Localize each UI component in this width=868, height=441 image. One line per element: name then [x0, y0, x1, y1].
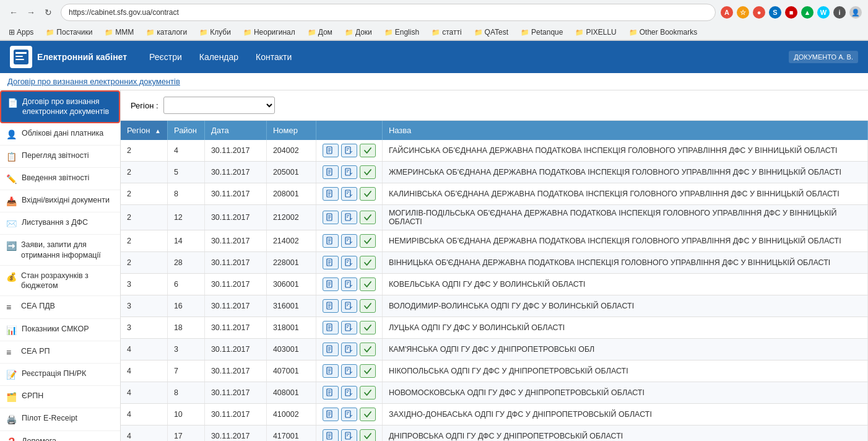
cell-number: 408001 — [266, 382, 316, 404]
confirm-button[interactable] — [360, 386, 376, 400]
forward-button[interactable]: → — [24, 5, 38, 20]
sidebar-item-budget[interactable]: 💰 Стан розрахунків з бюджетом — [0, 266, 120, 297]
download-button[interactable] — [341, 165, 357, 179]
cell-region: 2 — [121, 162, 167, 183]
region-select[interactable]: 1 2 3 4 — [163, 97, 275, 114]
sidebar-item-contract[interactable]: 📄 Договір про визнання електронних докум… — [0, 90, 120, 123]
sidebar-item-smkor[interactable]: 📊 Показники СМКОР — [0, 319, 120, 341]
cell-name: КАМ'ЯНСЬКА ОДПІ ГУ ДФС У ДНІПРОПЕТРОВСЬК… — [382, 339, 867, 360]
breadcrumb-link[interactable]: Договір про визнання електронних докумен… — [7, 77, 180, 86]
download-button[interactable] — [341, 256, 357, 269]
bookmark-dom[interactable]: 📁 Дом — [305, 27, 335, 38]
action-buttons — [323, 144, 376, 157]
sidebar-item-sea-rp[interactable]: ≡ СЕА РП — [0, 341, 120, 364]
table-row: 3 18 30.11.2017 318001 — [121, 317, 868, 339]
bookmark-apps[interactable]: ⊞ Apps — [6, 27, 36, 38]
cell-number: 318001 — [266, 317, 316, 339]
download-button[interactable] — [341, 386, 357, 400]
sidebar-item-reg-pn[interactable]: 📝 Реєстрація ПН/РК — [0, 364, 120, 386]
refresh-button[interactable]: ↻ — [41, 5, 56, 20]
bookmark-doki[interactable]: 📁 Доки — [342, 27, 375, 38]
sidebar-item-letters[interactable]: ✉️ Листування з ДФС — [0, 212, 120, 235]
view-pdf-button[interactable] — [323, 165, 339, 179]
bookmark-neorig[interactable]: 📁 Неоригинал — [241, 27, 298, 38]
confirm-button[interactable] — [360, 429, 376, 441]
confirm-button[interactable] — [360, 144, 376, 157]
download-button[interactable] — [341, 408, 357, 421]
cell-name: ЖМЕРИНСЬКА ОБ'ЄДНАНА ДЕРЖАВНА ПОДАТКОВА … — [382, 162, 867, 183]
download-button[interactable] — [341, 187, 357, 201]
bookmark-english[interactable]: 📁 English — [382, 27, 422, 38]
table-header-row: Регіон ▲ Район Дата Номер Назва — [121, 121, 868, 140]
bookmark-pixellu[interactable]: 📁 PIXELLU — [573, 27, 618, 38]
col-header-name[interactable]: Назва — [382, 121, 867, 140]
confirm-button[interactable] — [360, 343, 376, 356]
sidebar-item-erp[interactable]: 🗂️ ЄРПН — [0, 386, 120, 408]
url-input[interactable] — [61, 4, 716, 21]
col-header-region[interactable]: Регіон ▲ — [121, 121, 167, 140]
view-pdf-button[interactable] — [323, 256, 339, 269]
nav-registry[interactable]: Реєстри — [142, 48, 189, 66]
col-header-date[interactable]: Дата — [204, 121, 266, 140]
confirm-button[interactable] — [360, 211, 376, 224]
confirm-button[interactable] — [360, 234, 376, 248]
bookmark-other[interactable]: 📁 Other Bookmarks — [627, 27, 700, 38]
col-header-rayon[interactable]: Район — [167, 121, 204, 140]
confirm-button[interactable] — [360, 277, 376, 291]
nav-contacts[interactable]: Контакти — [248, 48, 299, 66]
cell-rayon: 5 — [167, 162, 204, 183]
download-button[interactable] — [341, 234, 357, 248]
cell-region: 2 — [121, 140, 167, 162]
download-button[interactable] — [341, 321, 357, 334]
confirm-button[interactable] — [360, 321, 376, 334]
download-button[interactable] — [341, 299, 357, 313]
confirm-button[interactable] — [360, 165, 376, 179]
bookmark-qatest[interactable]: 📁 QATest — [472, 27, 511, 38]
download-button[interactable] — [341, 364, 357, 378]
view-pdf-button[interactable] — [323, 211, 339, 224]
view-pdf-button[interactable] — [323, 429, 339, 441]
bookmark-apps-label: Apps — [17, 28, 33, 37]
sidebar-item-docs-in-out[interactable]: 📥 Вхідні/вихідні документи — [0, 190, 120, 212]
sidebar-item-reports-enter[interactable]: ✏️ Введення звітності — [0, 168, 120, 190]
download-button[interactable] — [341, 277, 357, 291]
view-pdf-button[interactable] — [323, 277, 339, 291]
confirm-button[interactable] — [360, 364, 376, 378]
view-pdf-button[interactable] — [323, 321, 339, 334]
download-button[interactable] — [341, 343, 357, 356]
action-buttons — [323, 386, 376, 400]
sidebar-item-requests[interactable]: ➡️ Заяви, запити для отримання інформаці… — [0, 235, 120, 266]
cell-date: 30.11.2017 — [204, 183, 266, 205]
view-pdf-button[interactable] — [323, 187, 339, 201]
bookmark-statti[interactable]: 📁 статті — [429, 27, 464, 38]
view-pdf-button[interactable] — [323, 364, 339, 378]
bookmark-katalogi[interactable]: 📁 каталоги — [144, 27, 189, 38]
confirm-button[interactable] — [360, 408, 376, 421]
cell-rayon: 8 — [167, 382, 204, 404]
view-pdf-button[interactable] — [323, 386, 339, 400]
sidebar-item-reports-enter-label: Введення звітності — [22, 173, 89, 183]
sidebar-item-sea-pdv[interactable]: ≡ СЕА ПДВ — [0, 296, 120, 318]
view-pdf-button[interactable] — [323, 144, 339, 157]
bookmark-mmc[interactable]: 📁 МММ — [102, 27, 136, 38]
download-button[interactable] — [341, 429, 357, 441]
view-pdf-button[interactable] — [323, 408, 339, 421]
bookmark-postachiki[interactable]: 📁 Постачики — [43, 27, 95, 38]
sidebar-item-account[interactable]: 👤 Облікові дані платника — [0, 123, 120, 146]
sidebar-item-pilot[interactable]: 🖨️ Пілот E-Receipt — [0, 408, 120, 430]
download-button[interactable] — [341, 211, 357, 224]
confirm-button[interactable] — [360, 187, 376, 201]
sidebar-item-reports-view[interactable]: 📋 Перегляд звітності — [0, 146, 120, 168]
nav-calendar[interactable]: Календар — [192, 48, 246, 66]
confirm-button[interactable] — [360, 256, 376, 269]
view-pdf-button[interactable] — [323, 234, 339, 248]
back-button[interactable]: ← — [6, 5, 21, 20]
confirm-button[interactable] — [360, 299, 376, 313]
col-header-number[interactable]: Номер — [266, 121, 316, 140]
sidebar-item-help[interactable]: ❓ Допомога — [0, 431, 120, 441]
view-pdf-button[interactable] — [323, 299, 339, 313]
bookmark-kluby[interactable]: 📁 Клуби — [197, 27, 233, 38]
view-pdf-button[interactable] — [323, 343, 339, 356]
download-button[interactable] — [341, 144, 357, 157]
bookmark-petanque[interactable]: 📁 Petanque — [518, 27, 565, 38]
